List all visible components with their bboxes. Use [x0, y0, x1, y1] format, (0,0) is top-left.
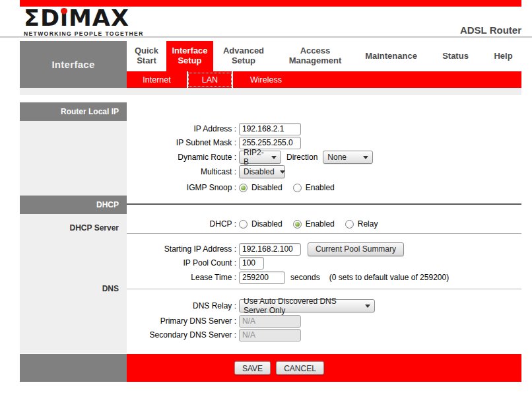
tab-quick-start[interactable]: Quick Start — [127, 41, 166, 71]
dhcp-disabled-option-label: Disabled — [251, 219, 283, 229]
tab-status[interactable]: Status — [426, 41, 485, 71]
primary-dns-label: Primary DNS Server : — [127, 316, 236, 326]
multicast-select[interactable]: Disabled — [239, 165, 285, 178]
lease-time-unit: seconds — [290, 273, 320, 282]
save-button[interactable]: SAVE — [234, 361, 271, 375]
dns-relay-label: DNS Relay : — [127, 301, 236, 310]
tab-maintenance[interactable]: Maintenance — [356, 41, 426, 71]
cancel-button[interactable]: CANCEL — [276, 361, 324, 375]
dhcp-relay-radio[interactable] — [345, 220, 354, 229]
dropdown-arrow-icon — [271, 156, 277, 159]
section-header-dhcp: DHCP — [20, 196, 127, 214]
igmp-enabled-option-label: Enabled — [306, 183, 335, 192]
igmp-disabled-radio[interactable] — [239, 184, 248, 192]
dropdown-arrow-icon — [363, 156, 368, 159]
section-title: Interface — [51, 59, 94, 70]
page-title: ADSL Router — [460, 24, 521, 36]
dynamic-route-row: Dynamic Route : RIP2-B Direction None — [127, 151, 521, 164]
igmp-disabled-option-label: Disabled — [251, 183, 283, 192]
logo-text-part1: ΣD — [24, 5, 60, 30]
tab-interface-setup[interactable]: Interface Setup — [166, 41, 213, 71]
secondary-dns-row: Secondary DNS Server : — [127, 328, 521, 342]
dns-relay-select[interactable]: Use Auto Discovered DNS Server Only — [239, 299, 375, 312]
section-title-box: Interface — [20, 41, 127, 88]
logo-letter-i: ı — [60, 7, 69, 28]
settings-form: IP Address : IP Subnet Mask : Dynamic Ro… — [127, 102, 521, 353]
multicast-row: Multicast : Disabled — [127, 165, 521, 178]
section-label-dhcp-server: DHCP Server — [70, 223, 119, 233]
footer-gray-block — [20, 354, 127, 382]
tab-access-management[interactable]: Access Management — [274, 41, 356, 71]
starting-ip-row: Starting IP Address : Current Pool Summa… — [127, 242, 521, 256]
igmp-snoop-row: IGMP Snoop : Disabled Enabled — [127, 181, 521, 194]
multicast-label: Multicast : — [127, 167, 236, 176]
dropdown-arrow-icon — [280, 170, 285, 174]
ip-subnet-mask-label: IP Subnet Mask : — [127, 138, 236, 147]
edimax-logo-text: ΣDıMAX — [24, 7, 144, 28]
dhcp-server-divider — [127, 233, 521, 234]
dynamic-route-select[interactable]: RIP2-B — [239, 151, 281, 164]
section-label-dns: DNS — [102, 284, 119, 293]
ip-subnet-mask-input[interactable] — [239, 137, 301, 149]
igmp-enabled-radio[interactable] — [293, 184, 302, 192]
section-header-router-local-ip: Router Local IP — [20, 102, 127, 121]
spacer-strip — [20, 88, 521, 95]
logo-red-dot-icon — [61, 8, 67, 15]
left-section-panel: Router Local IP DHCP DHCP Server DNS — [20, 102, 127, 353]
starting-ip-input[interactable] — [239, 243, 301, 256]
primary-dns-input — [239, 315, 301, 328]
direction-value: None — [327, 153, 347, 162]
ip-subnet-mask-row: IP Subnet Mask : — [127, 136, 521, 149]
ip-pool-count-row: IP Pool Count : — [127, 256, 521, 270]
lease-time-note: (0 sets to default value of 259200) — [329, 273, 449, 282]
ip-address-row: IP Address : — [127, 122, 521, 135]
dns-relay-row: DNS Relay : Use Auto Discovered DNS Serv… — [127, 299, 521, 312]
lease-time-input[interactable] — [239, 271, 285, 284]
dropdown-arrow-icon — [365, 305, 370, 308]
dhcp-disabled-radio[interactable] — [239, 220, 248, 229]
secondary-dns-input — [239, 329, 301, 342]
footer-buttons: SAVE CANCEL — [234, 361, 324, 375]
primary-dns-row: Primary DNS Server : — [127, 314, 521, 328]
igmp-snoop-label: IGMP Snoop : — [127, 183, 236, 192]
dns-relay-value: Use Auto Discovered DNS Server Only — [244, 297, 360, 315]
dhcp-enabled-radio[interactable] — [293, 220, 302, 229]
dynamic-route-value: RIP2-B — [244, 148, 266, 166]
logo-text-part3: MAX — [69, 5, 129, 30]
dhcp-mode-row: DHCP : Disabled Enabled Relay — [127, 217, 521, 231]
dhcp-relay-option-label: Relay — [358, 219, 378, 229]
edimax-logo: ΣDıMAX NETWORKING PEOPLE TOGETHER — [24, 7, 144, 37]
tab-help[interactable]: Help — [485, 41, 521, 71]
header-divider — [0, 36, 532, 38]
multicast-value: Disabled — [244, 167, 275, 176]
router-admin-page: ΣDıMAX NETWORKING PEOPLE TOGETHER ADSL R… — [0, 0, 532, 397]
subtab-lan[interactable]: LAN — [187, 71, 233, 88]
ip-pool-count-input[interactable] — [239, 257, 264, 270]
ip-pool-count-label: IP Pool Count : — [127, 258, 236, 268]
starting-ip-label: Starting IP Address : — [127, 244, 236, 254]
dhcp-enabled-option-label: Enabled — [306, 219, 335, 229]
dns-section-divider — [127, 289, 521, 289]
dhcp-mode-label: DHCP : — [127, 219, 236, 229]
direction-select[interactable]: None — [323, 151, 373, 164]
dynamic-route-label: Dynamic Route : — [127, 153, 236, 162]
lease-time-row: Lease Time : seconds (0 sets to default … — [127, 271, 521, 284]
lease-time-label: Lease Time : — [127, 273, 236, 282]
ip-address-label: IP Address : — [127, 124, 236, 133]
subtab-wireless[interactable]: Wireless — [233, 71, 299, 88]
ip-address-input[interactable] — [239, 123, 301, 135]
sub-nav-tabs: Internet LAN Wireless — [127, 71, 521, 88]
direction-label: Direction — [286, 153, 317, 162]
current-pool-summary-button[interactable]: Current Pool Summary — [308, 242, 404, 256]
subtab-internet[interactable]: Internet — [127, 71, 187, 88]
footer-action-bar: SAVE CANCEL — [127, 354, 521, 382]
tab-advanced-setup[interactable]: Advanced Setup — [213, 41, 274, 71]
main-nav-tabs: Quick Start Interface Setup Advanced Set… — [127, 41, 521, 71]
dhcp-section-divider — [127, 203, 521, 205]
secondary-dns-label: Secondary DNS Server : — [127, 330, 236, 340]
